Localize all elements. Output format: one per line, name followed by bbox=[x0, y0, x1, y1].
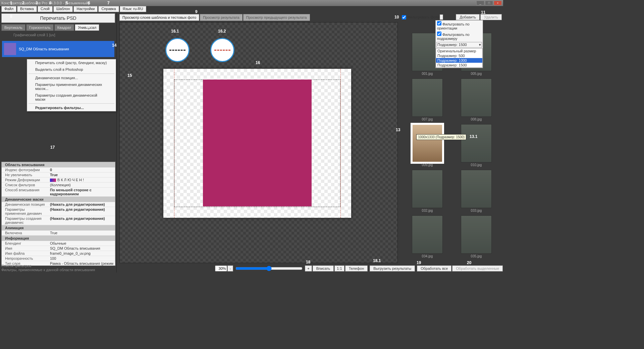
orientation-tabs: Вертикаль Горизонталь Квадрат Универсал bbox=[0, 24, 116, 31]
titlebar: Конструктор шаблонов Pro 14.3.0.0 - [Без… bbox=[0, 0, 503, 6]
left-panel: Перечитать PSD Вертикаль Горизонталь Ква… bbox=[0, 12, 117, 272]
prop-value[interactable]: (Нажать для редактирования) bbox=[49, 216, 115, 225]
one-to-one-button[interactable]: 1:1 bbox=[334, 265, 344, 271]
vtab-result[interactable]: Просмотр результата bbox=[200, 14, 243, 21]
layer-group-label: Графический слой 1 [uv] bbox=[0, 31, 116, 39]
reread-psd-button[interactable]: Перечитать PSD bbox=[1, 13, 115, 23]
filter-dropdown-toggle[interactable] bbox=[440, 14, 443, 20]
filter-by-orient-check[interactable] bbox=[437, 21, 441, 26]
prop-value: SQ_DM Область вписывания bbox=[49, 246, 115, 251]
close-button[interactable]: × bbox=[494, 1, 502, 5]
zoom-in-button[interactable]: + bbox=[305, 265, 312, 271]
vtab-layers[interactable]: Просмотр слоев шаблона и тестовых фото bbox=[119, 14, 199, 21]
menu-layer[interactable]: Слой bbox=[38, 6, 53, 12]
menu-help[interactable]: Справка bbox=[98, 6, 119, 12]
subsize-option[interactable]: Подразмер: 500 bbox=[436, 53, 482, 58]
zoom-input[interactable] bbox=[215, 265, 227, 271]
thumb-item[interactable]: 032.jpg bbox=[403, 169, 451, 214]
delete-button[interactable]: Удалить bbox=[480, 14, 502, 20]
phone-button[interactable]: Телефон bbox=[345, 265, 368, 271]
thumb-item[interactable]: 033.jpg bbox=[452, 169, 500, 214]
prop-value[interactable]: В К Л Ю Ч Е Н ! bbox=[49, 178, 115, 182]
menu-file[interactable]: Файл bbox=[1, 6, 16, 12]
layer-name: SQ_DM Область вписывания bbox=[19, 47, 69, 51]
prop-group: Анимация bbox=[2, 225, 115, 231]
fit-button[interactable]: Вписать bbox=[313, 265, 334, 271]
zoom-inset-black bbox=[165, 38, 190, 62]
prop-value[interactable]: True bbox=[49, 231, 115, 235]
cm-select-in-ps[interactable]: Выделить слой в Photoshop bbox=[27, 66, 116, 73]
properties-panel: Область вписывания Индекс фотографии0 Не… bbox=[1, 162, 115, 266]
thumb-item[interactable]: 010.jpg bbox=[452, 123, 500, 168]
tab-horizontal[interactable]: Горизонталь bbox=[26, 24, 54, 31]
tab-vertical[interactable]: Вертикаль bbox=[1, 24, 25, 31]
process-all-button[interactable]: Обработать все bbox=[417, 265, 451, 271]
prop-value[interactable]: По меньшей стороне с кадрированием bbox=[49, 188, 115, 196]
process-selected-button[interactable]: Обработать выделенные bbox=[452, 265, 503, 271]
menu-language[interactable]: Язык: ru-RU bbox=[120, 6, 146, 12]
canvas[interactable] bbox=[119, 22, 398, 263]
prop-group: Информация bbox=[2, 236, 115, 241]
prop-value: frame0_image_0_uv.png bbox=[49, 251, 115, 256]
menu-settings[interactable]: Настройки bbox=[73, 6, 98, 12]
thumb-item-selected[interactable]: 009.jpg bbox=[403, 123, 451, 168]
window-title: Конструктор шаблонов Pro 14.3.0.0 - [Без… bbox=[1, 1, 89, 5]
add-button[interactable]: Добавить bbox=[456, 14, 480, 20]
vtab-prev-result[interactable]: Просмотр предыдущего результата bbox=[243, 14, 310, 21]
prop-value: Обычные bbox=[49, 241, 115, 246]
cm-mask-create[interactable]: Параметры создания динамической маски bbox=[27, 92, 116, 103]
thumb-item[interactable]: 008.jpg bbox=[452, 78, 500, 123]
photo-placeholder[interactable] bbox=[203, 80, 312, 206]
prop-value[interactable]: 0 bbox=[49, 167, 115, 172]
filter-photos-check[interactable] bbox=[402, 15, 406, 19]
menu-template[interactable]: Шаблон bbox=[53, 6, 73, 12]
prop-group: Динамические маски bbox=[2, 197, 115, 202]
filter-photos-label: Фильтровать фото bbox=[408, 15, 439, 19]
view-tabs: Просмотр слоев шаблона и тестовых фото П… bbox=[118, 12, 399, 23]
subsize-option[interactable]: Подразмер: 1500 bbox=[436, 63, 482, 67]
cm-dyn-pos[interactable]: Динамическая позиция... bbox=[27, 74, 116, 81]
bottom-bar: - + Вписать 1:1 Телефон Выгрузить резуль… bbox=[118, 264, 503, 272]
layer-thumb bbox=[4, 43, 16, 55]
thumb-item[interactable]: 034.jpg bbox=[403, 215, 451, 260]
tab-square[interactable]: Квадрат bbox=[54, 24, 74, 31]
menubar: Файл Вставка Слой Шаблон Настройки Справ… bbox=[0, 6, 503, 12]
prop-value[interactable]: (Нажать для редактирования) bbox=[49, 202, 115, 207]
cm-reread-layer[interactable]: Перечитать слой (растр, блендинг, маску) bbox=[27, 59, 116, 66]
layer-item[interactable]: SQ_DM Область вписывания bbox=[2, 41, 114, 57]
maximize-button[interactable]: □ bbox=[485, 1, 493, 5]
cm-mask-apply[interactable]: Параметры применения динамических масок.… bbox=[27, 81, 116, 92]
layer-context-menu: Перечитать слой (растр, блендинг, маску)… bbox=[27, 59, 116, 111]
subsize-select[interactable]: Подразмер: 1500▾ bbox=[436, 42, 482, 48]
thumb-tooltip: 1000x1333 (Подразмер: 1500) bbox=[416, 134, 466, 140]
unload-results-button[interactable]: Выгрузить результаты bbox=[370, 265, 415, 271]
center-panel: Просмотр слоев шаблона и тестовых фото П… bbox=[118, 12, 399, 264]
subsize-options: Оригинальный размер Подразмер: 500 Подра… bbox=[436, 48, 483, 68]
zoom-slider[interactable] bbox=[235, 266, 303, 271]
thumb-item[interactable]: 035.jpg bbox=[452, 215, 500, 260]
prop-value[interactable]: (Коллекция) bbox=[49, 183, 115, 187]
prop-value[interactable]: True bbox=[49, 172, 115, 177]
zoom-inset-red bbox=[210, 38, 234, 62]
zoom-out-button[interactable]: - bbox=[227, 265, 233, 271]
template-paper bbox=[163, 69, 351, 218]
props-footer: Список фильтров Фильтры, применяемые к д… bbox=[1, 264, 95, 272]
thumb-item[interactable]: 007.jpg bbox=[403, 78, 451, 123]
subsize-option[interactable]: Оригинальный размер bbox=[436, 49, 482, 53]
filter-by-subsize-check[interactable] bbox=[437, 32, 441, 36]
minimize-button[interactable]: _ bbox=[476, 1, 484, 5]
prop-value: 100 bbox=[49, 256, 115, 261]
cm-edit-filters[interactable]: Редактировать фильтры... bbox=[27, 104, 116, 111]
guide-vertical bbox=[340, 69, 341, 218]
prop-value[interactable]: (Нажать для редактирования) bbox=[49, 207, 115, 216]
prop-group: Область вписывания bbox=[2, 162, 115, 167]
menu-insert[interactable]: Вставка bbox=[17, 6, 37, 12]
filter-popup: Фильтровать по ориентации Фильтровать по… bbox=[435, 20, 483, 68]
subsize-option-selected[interactable]: Подразмер: 1000 bbox=[436, 58, 482, 63]
